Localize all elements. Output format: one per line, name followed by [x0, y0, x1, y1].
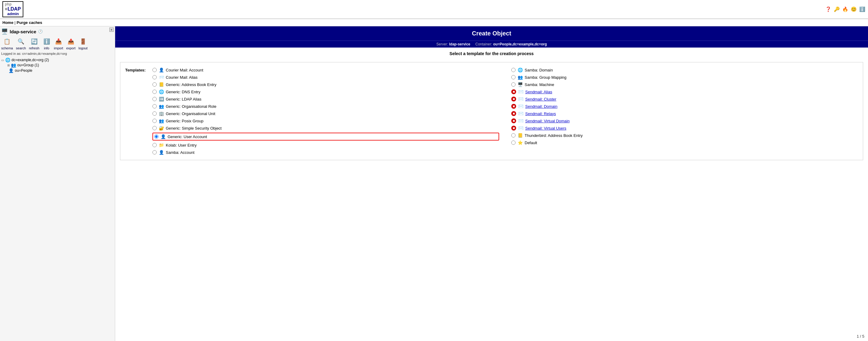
nav-separator: | [14, 20, 17, 25]
template-label-generic-org-role[interactable]: Generic: Organisational Role [166, 104, 216, 109]
logout-label: logout [79, 46, 88, 50]
template-radio-generic-simple-security[interactable] [152, 126, 157, 130]
template-radio-samba-domain[interactable] [511, 68, 516, 72]
template-icon-generic-user-account: 👤 [160, 134, 166, 139]
template-radio-generic-posix-group[interactable] [152, 119, 157, 123]
template-icon-sendmail-virtual-domain: ✉️ [518, 118, 523, 124]
sidebar-collapse-button[interactable]: + [110, 28, 114, 32]
template-icon-sendmail-domain: ✉️ [518, 104, 523, 109]
search-button[interactable]: 🔍 search [16, 37, 26, 50]
key-icon[interactable]: 🔑 [833, 6, 840, 13]
template-icon-sendmail-cluster: ✉️ [518, 96, 523, 102]
logo-plus: ⊞ [5, 7, 7, 10]
tree-item-people[interactable]: 👤 ou=People [7, 68, 114, 73]
info-button[interactable]: ℹ️ info [42, 37, 51, 50]
logout-icon: 🚪 [79, 37, 87, 46]
templates-area: Templates: 👤 Courier Mail: Account 📨 Cou… [120, 62, 863, 160]
purge-caches-link[interactable]: Purge caches [17, 20, 42, 25]
template-label-generic-posix-group[interactable]: Generic: Posix Group [166, 119, 204, 123]
template-radio-generic-address-book[interactable] [152, 82, 157, 87]
sendmail-cluster-error-icon: ✖ [511, 97, 516, 101]
template-label-samba-group-mapping[interactable]: Samba: Group Mapping [525, 75, 566, 80]
template-generic-address-book: 📒 Generic: Address Book Entry [152, 82, 499, 87]
template-icon-generic-address-book: 📒 [158, 82, 164, 87]
template-radio-courier-mail-account[interactable] [152, 68, 157, 72]
template-icon-generic-posix-group: 👥 [158, 118, 164, 124]
import-button[interactable]: 📥 import [54, 37, 63, 50]
template-radio-samba-account[interactable] [152, 150, 157, 155]
sendmail-domain-error-icon: ✖ [511, 104, 516, 109]
template-label-generic-ldap-alias[interactable]: Generic: LDAP Alias [166, 97, 202, 101]
template-label-samba-machine[interactable]: Samba: Machine [525, 82, 554, 87]
template-courier-mail-alias: 📨 Courier Mail: Alias [152, 74, 499, 80]
template-label-kolab-user-entry[interactable]: Kolab: User Entry [166, 143, 197, 147]
template-radio-generic-org-unit[interactable] [152, 111, 157, 116]
refresh-button[interactable]: 🔄 refresh [29, 37, 39, 50]
template-radio-samba-machine[interactable] [511, 82, 516, 87]
template-samba-group-mapping: 👥 Samba: Group Mapping [511, 74, 858, 80]
template-label-sendmail-virtual-domain[interactable]: Sendmail: Virtual Domain [525, 119, 569, 123]
info-label: info [44, 46, 50, 50]
sidebar-toolbar: 📋 schema 🔍 search 🔄 refresh ℹ️ info 📥 im… [1, 37, 114, 50]
home-link[interactable]: Home [2, 20, 13, 25]
top-bar: php ⊞ LDAP admin ❓ 🔑 🔥 😊 ℹ️ [0, 0, 868, 19]
flame-icon[interactable]: 🔥 [842, 6, 848, 13]
export-button[interactable]: 📤 export [66, 37, 75, 50]
template-icon-sendmail-relays: ✉️ [518, 111, 523, 116]
template-label-sendmail-domain[interactable]: Sendmail: Domain [525, 104, 557, 109]
template-radio-courier-mail-alias[interactable] [152, 75, 157, 79]
template-label-thunderbird-address-book[interactable]: Thunderbird: Address Book Entry [525, 133, 583, 138]
root-collapse-icon[interactable]: ▭ [1, 59, 4, 62]
template-label-sendmail-cluster[interactable]: Sendmail: Cluster [525, 97, 556, 101]
template-icon-default: ⭐ [517, 140, 523, 145]
info-top-icon[interactable]: ℹ️ [859, 6, 866, 13]
tree-root[interactable]: ▭ 🌐 dc=example,dc=org (2) ⊞ 👥 ou=Group (… [1, 57, 114, 74]
template-radio-generic-user-account[interactable] [154, 134, 158, 139]
template-radio-samba-group-mapping[interactable] [511, 75, 516, 79]
face-icon[interactable]: 😊 [850, 6, 857, 13]
template-label-generic-address-book[interactable]: Generic: Address Book Entry [166, 82, 216, 87]
export-label: export [66, 46, 75, 50]
template-label-generic-org-unit[interactable]: Generic: Organisational Unit [166, 111, 215, 116]
template-label-sendmail-virtual-users[interactable]: Sendmail: Virtual Users [525, 126, 566, 131]
template-label-samba-domain[interactable]: Samba: Domain [525, 68, 553, 72]
import-icon: 📥 [54, 37, 63, 46]
template-label-courier-mail-alias[interactable]: Courier Mail: Alias [166, 75, 197, 80]
template-radio-kolab-user-entry[interactable] [152, 143, 157, 147]
template-label-courier-mail-account[interactable]: Courier Mail: Account [166, 68, 204, 72]
create-object-subheader: Server: ldap-service Container: ou=Peopl… [115, 41, 868, 47]
logout-button[interactable]: 🚪 logout [79, 37, 88, 50]
template-sendmail-alias: ✖ ✉️ Sendmail: Alias [511, 89, 858, 95]
template-label-samba-account[interactable]: Samba: Account [166, 150, 194, 155]
template-default: ⭐ Default [511, 140, 858, 145]
root-globe-icon: 🌐 [5, 58, 10, 62]
template-label-generic-dns-entry[interactable]: Generic: DNS Entry [166, 90, 200, 94]
logo-admin: admin [5, 12, 21, 16]
template-label-generic-simple-security[interactable]: Generic: Simple Security Object [166, 126, 221, 131]
help-icon[interactable]: ❓ [825, 6, 832, 13]
template-label-default[interactable]: Default [525, 140, 537, 145]
template-radio-generic-ldap-alias[interactable] [152, 97, 157, 101]
sendmail-virtual-users-error-icon: ✖ [511, 126, 516, 131]
refresh-label: refresh [29, 46, 39, 50]
template-kolab-user-entry: 📁 Kolab: User Entry [152, 142, 499, 148]
tree-item-group[interactable]: ⊞ 👥 ou=Group (1) [7, 62, 114, 68]
schema-button[interactable]: 📋 schema [1, 37, 13, 50]
group-icon: 👥 [11, 63, 16, 68]
template-label-sendmail-relays[interactable]: Sendmail: Relays [525, 111, 556, 116]
select-template-title: Select a template for the creation proce… [115, 47, 868, 60]
template-label-sendmail-alias[interactable]: Sendmail: Alias [525, 90, 552, 94]
container-label: Container: [475, 42, 492, 46]
info-icon: ℹ️ [42, 37, 51, 46]
schema-label: schema [1, 46, 13, 50]
template-label-generic-user-account[interactable]: Generic: User Account [167, 134, 207, 139]
container-value: ou=People,dc=example,dc=org [493, 42, 547, 46]
template-radio-generic-dns-entry[interactable] [152, 90, 157, 94]
template-radio-generic-org-role[interactable] [152, 104, 157, 108]
sidebar: + 🖥️ ldap-service 🕐 📋 schema 🔍 search 🔄 … [0, 26, 115, 341]
group-expand-icon[interactable]: ⊞ [7, 64, 10, 67]
content-area: Create Object Server: ldap-service Conta… [115, 26, 868, 341]
template-icon-sendmail-alias: ✉️ [518, 89, 523, 95]
template-radio-default[interactable] [511, 140, 516, 145]
template-radio-thunderbird-address-book[interactable] [511, 133, 516, 137]
